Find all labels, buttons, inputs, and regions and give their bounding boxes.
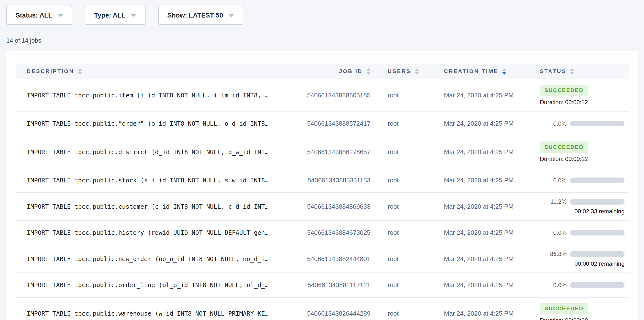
- progress-bar: [570, 178, 624, 183]
- type-filter-dropdown[interactable]: Type: ALL: [85, 6, 146, 25]
- status-filter-dropdown[interactable]: Status: ALL: [6, 6, 72, 25]
- progress-bar: [570, 121, 624, 126]
- jobs-count-summary: 14 of 14 jobs: [6, 37, 638, 44]
- job-user: root: [388, 229, 399, 236]
- column-label: STATUS: [540, 68, 566, 75]
- job-creation-time: Mar 24, 2020 at 4:25 PM: [444, 255, 514, 262]
- table-row: IMPORT TABLE tpcc.public."order" (o_id I…: [16, 111, 630, 136]
- sort-arrows-icon[interactable]: [78, 68, 82, 75]
- show-filter-dropdown[interactable]: Show: LATEST 50: [158, 6, 243, 25]
- status-badge: SUCCEEDED: [540, 303, 588, 314]
- job-creation-time: Mar 24, 2020 at 4:25 PM: [444, 148, 514, 156]
- job-creation-time: Mar 24, 2020 at 4:25 PM: [444, 229, 514, 236]
- job-creation-time: Mar 24, 2020 at 4:25 PM: [444, 310, 514, 317]
- job-duration: Duration: 00:00:12: [540, 99, 630, 106]
- sort-asc-icon: [570, 68, 574, 71]
- table-row: IMPORT TABLE tpcc.public.warehouse (w_id…: [16, 297, 630, 320]
- column-label: CREATION TIME: [444, 68, 498, 75]
- progress-bar: [570, 199, 624, 205]
- column-label: USERS: [388, 68, 411, 75]
- job-id: 540661343885361153: [308, 177, 370, 184]
- job-description: IMPORT TABLE tpcc.public.district (d_id …: [27, 149, 268, 156]
- table-row: IMPORT TABLE tpcc.public.customer (c_id …: [16, 193, 630, 220]
- progress-bar: [570, 230, 624, 235]
- job-status-succeeded: SUCCEEDED Duration: 00:00:08: [540, 303, 630, 320]
- job-description: IMPORT TABLE tpcc.public.history (rowid …: [27, 229, 268, 236]
- table-row: IMPORT TABLE tpcc.public.district (d_id …: [16, 136, 630, 168]
- job-description: IMPORT TABLE tpcc.public.stock (s_i_id I…: [27, 177, 268, 184]
- job-status-progress: 0.0%: [540, 282, 624, 288]
- job-id: 540661343886278657: [307, 148, 370, 156]
- sort-desc-icon: [570, 72, 574, 75]
- job-user: root: [388, 203, 399, 210]
- job-description: IMPORT TABLE tpcc.public.item (i_id INT8…: [27, 92, 268, 99]
- progress-remaining: 00:02:33 remaining: [540, 208, 624, 215]
- chevron-down-icon: [58, 14, 63, 17]
- table-row: IMPORT TABLE tpcc.public.order_line (ol_…: [16, 273, 630, 297]
- job-creation-time: Mar 24, 2020 at 4:25 PM: [444, 177, 514, 184]
- sort-desc-icon: [502, 72, 506, 75]
- chevron-down-icon: [228, 14, 234, 17]
- sort-asc-icon: [78, 68, 82, 71]
- progress-percent: 0.0%: [540, 282, 566, 288]
- progress-remaining: 00:00:02 remaining: [540, 260, 624, 267]
- job-user: root: [388, 255, 399, 262]
- column-label: JOB ID: [339, 68, 363, 75]
- table-header-row: DESCRIPTION JOB ID USERS CREATION TIME: [16, 64, 630, 79]
- job-status-progress: 0.0%: [540, 229, 624, 236]
- progress-percent: 11.2%: [540, 198, 566, 205]
- column-header-creation-time[interactable]: CREATION TIME: [436, 64, 523, 79]
- sort-asc-icon: [415, 68, 419, 71]
- sort-asc-icon: [366, 68, 370, 71]
- table-row: IMPORT TABLE tpcc.public.stock (s_i_id I…: [16, 168, 630, 193]
- sort-arrows-icon[interactable]: [570, 68, 574, 75]
- jobs-table: DESCRIPTION JOB ID USERS CREATION TIME: [16, 64, 630, 320]
- sort-asc-icon: [502, 68, 506, 71]
- job-id: 540661343884869633: [307, 203, 370, 210]
- job-status-progress: 0.0%: [540, 177, 624, 184]
- job-status-succeeded: SUCCEEDED Duration: 00:00:12: [540, 85, 630, 106]
- jobs-table-card: DESCRIPTION JOB ID USERS CREATION TIME: [6, 51, 638, 320]
- job-creation-time: Mar 24, 2020 at 4:25 PM: [444, 281, 514, 288]
- job-description: IMPORT TABLE tpcc.public.warehouse (w_id…: [27, 310, 268, 317]
- job-user: root: [388, 281, 399, 288]
- job-status-progress: 11.2% 00:02:33 remaining: [540, 198, 624, 215]
- job-duration: Duration: 00:00:12: [540, 156, 630, 162]
- table-row: IMPORT TABLE tpcc.public.item (i_id INT8…: [16, 79, 630, 111]
- job-id: 540661343888605185: [307, 92, 370, 99]
- job-creation-time: Mar 24, 2020 at 4:25 PM: [444, 92, 514, 99]
- progress-percent: 0.0%: [540, 229, 566, 236]
- job-user: root: [388, 92, 399, 99]
- job-creation-time: Mar 24, 2020 at 4:25 PM: [444, 203, 514, 210]
- job-user: root: [388, 177, 399, 184]
- column-header-status[interactable]: STATUS: [523, 64, 630, 79]
- table-row: IMPORT TABLE tpcc.public.new_order (no_o…: [16, 245, 630, 273]
- job-id: 540661343882444801: [307, 255, 370, 262]
- show-filter-label: Show: LATEST 50: [168, 12, 223, 19]
- table-row: IMPORT TABLE tpcc.public.history (rowid …: [16, 220, 630, 245]
- sort-desc-icon: [415, 72, 419, 75]
- filter-bar: Status: ALL Type: ALL Show: LATEST 50: [6, 6, 638, 25]
- job-description: IMPORT TABLE tpcc.public."order" (o_id I…: [27, 120, 268, 127]
- status-badge: SUCCEEDED: [540, 142, 588, 153]
- progress-bar: [570, 251, 624, 257]
- job-id: 540661343884673025: [307, 229, 370, 236]
- sort-arrows-icon[interactable]: [366, 68, 370, 75]
- job-description: IMPORT TABLE tpcc.public.order_line (ol_…: [27, 281, 268, 288]
- sort-arrows-icon[interactable]: [415, 68, 419, 75]
- column-header-users[interactable]: USERS: [370, 64, 436, 79]
- jobs-page: Status: ALL Type: ALL Show: LATEST 50 14…: [0, 0, 644, 320]
- column-header-description[interactable]: DESCRIPTION: [16, 64, 290, 79]
- column-header-job-id[interactable]: JOB ID: [290, 64, 370, 79]
- job-user: root: [388, 120, 399, 127]
- sort-desc-icon: [78, 72, 82, 75]
- job-description: IMPORT TABLE tpcc.public.new_order (no_o…: [27, 255, 268, 262]
- job-user: root: [388, 148, 399, 156]
- job-user: root: [388, 310, 399, 317]
- job-id: 540661343826444289: [307, 310, 370, 317]
- job-duration: Duration: 00:00:08: [540, 317, 630, 320]
- job-id: 540661343888572417: [307, 120, 370, 127]
- progress-percent: 0.0%: [540, 177, 566, 184]
- sort-arrows-icon[interactable]: [502, 68, 506, 75]
- job-creation-time: Mar 24, 2020 at 4:25 PM: [444, 120, 514, 127]
